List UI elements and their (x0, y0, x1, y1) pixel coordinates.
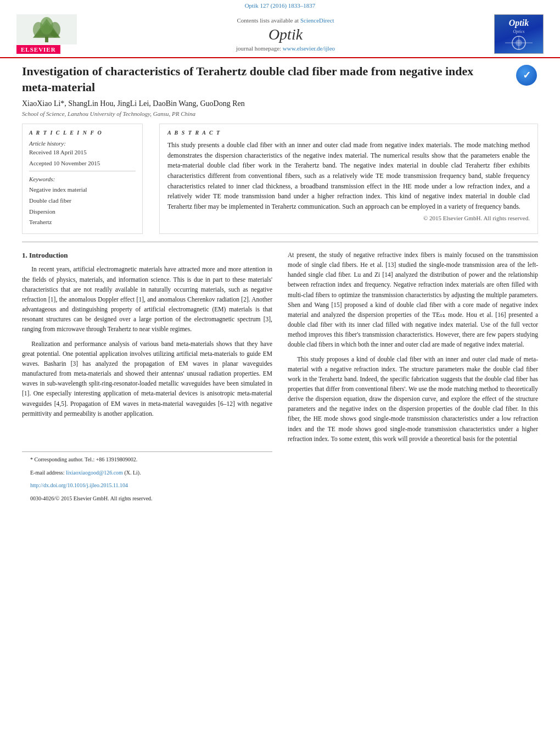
keyword-list: Negative index material Double clad fibe… (29, 185, 136, 227)
info-divider (29, 171, 136, 171)
email-footnote: E-mail address: lixiaoxiaogood@126.com (… (22, 468, 272, 477)
citation-text: Optik 127 (2016) 1833–1837 (245, 2, 316, 9)
citation-line: Optik 127 (2016) 1833–1837 (0, 0, 560, 10)
optik-logo: Optik Optics (494, 14, 544, 54)
received-value: Received 18 April 2015 (29, 149, 136, 155)
homepage-link[interactable]: www.elsevier.de/ijleo (283, 45, 335, 52)
abstract-text: This study presents a double clad fiber … (167, 140, 530, 211)
keyword-2: Double clad fiber (29, 196, 136, 206)
body-col-right: At present, the study of negative refrac… (288, 250, 538, 507)
main-divider (22, 242, 538, 242)
page-header: ELSEVIER Contents lists available at Sci… (0, 10, 560, 58)
intro-heading: 1. Introduction (22, 250, 272, 261)
article-history-label: Article history: (29, 140, 136, 147)
journal-info-center: Contents lists available at ScienceDirec… (82, 17, 489, 52)
body-columns: 1. Introduction In recent years, artific… (22, 250, 538, 507)
intro-col2-p2: This study proposes a kind of double cla… (288, 354, 538, 444)
issn-line: 0030-4026/© 2015 Elsevier GmbH. All righ… (22, 494, 272, 503)
keyword-1: Negative index material (29, 185, 136, 195)
sciencedirect-link[interactable]: ScienceDirect (300, 17, 334, 24)
authors-line: XiaoXiao Li*, ShangLin Hou, JingLi Lei, … (22, 99, 538, 108)
article-title: Investigation of characteristics of Tera… (22, 64, 515, 95)
keyword-4: Terahertz (29, 217, 136, 227)
body-col-left: 1. Introduction In recent years, artific… (22, 250, 272, 507)
footnote-area: * Corresponding author. Tel.: +86 139198… (22, 451, 272, 503)
keywords-label: Keywords: (29, 176, 136, 182)
doi-line[interactable]: http://dx.doi.org/10.1016/j.ijleo.2015.1… (22, 481, 272, 490)
main-content: Investigation of characteristics of Tera… (0, 58, 560, 518)
crossmark-icon: ✓ (516, 65, 537, 86)
article-info-box: A R T I C L E I N F O Article history: R… (22, 124, 143, 234)
affiliation: School of Science, Lanzhou University of… (22, 110, 538, 117)
footnote-divider (22, 451, 272, 452)
intro-p1: In recent years, artificial electromagne… (22, 264, 272, 334)
elsevier-logo-area: ELSEVIER (16, 14, 82, 54)
crossmark-area: ✓ (515, 64, 538, 87)
corresponding-footnote: * Corresponding author. Tel.: +86 139198… (22, 455, 272, 464)
abstract-box: A B S T R A C T This study presents a do… (159, 124, 538, 234)
journal-name: Optik (93, 26, 478, 43)
elsevier-logo: ELSEVIER (16, 14, 82, 54)
keyword-3: Dispersion (29, 207, 136, 217)
intro-col2-p1: At present, the study of negative refrac… (288, 250, 538, 350)
journal-homepage: journal homepage: www.elsevier.de/ijleo (93, 45, 478, 52)
accepted-value: Accepted 10 November 2015 (29, 160, 136, 166)
elsevier-brand-name: ELSEVIER (16, 45, 60, 54)
abstract-heading: A B S T R A C T (167, 130, 530, 136)
intro-p2: Realization and performance analysis of … (22, 339, 272, 419)
page: Optik 127 (2016) 1833–1837 ELS (0, 0, 560, 742)
info-columns: A R T I C L E I N F O Article history: R… (22, 124, 538, 234)
contents-available-text: Contents lists available at ScienceDirec… (93, 17, 478, 24)
optik-logo-area: Optik Optics (489, 14, 544, 54)
elsevier-tree-image (16, 14, 77, 44)
email-link[interactable]: lixiaoxiaogood@126.com (66, 470, 123, 476)
copyright-line: © 2015 Elsevier GmbH. All rights reserve… (167, 215, 530, 221)
svg-point-5 (40, 17, 53, 35)
article-title-section: Investigation of characteristics of Tera… (22, 64, 538, 95)
article-info-heading: A R T I C L E I N F O (29, 130, 136, 136)
